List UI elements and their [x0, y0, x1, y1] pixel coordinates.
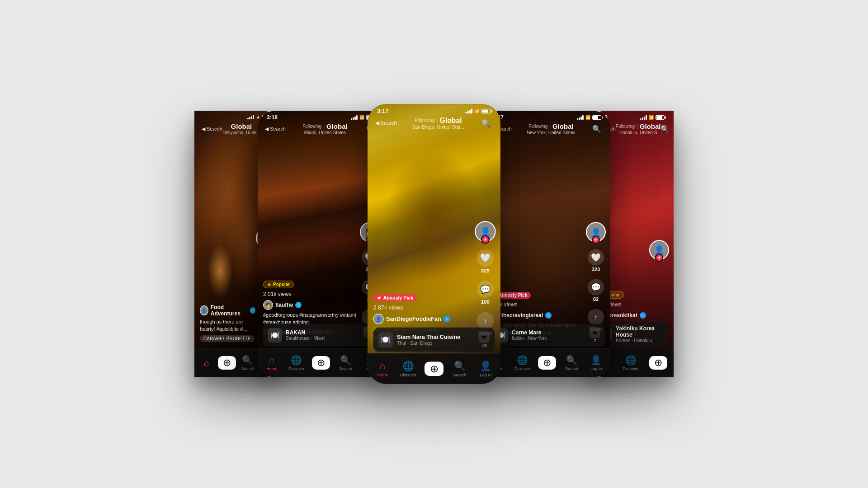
- search-btn[interactable]: 🔍: [660, 122, 670, 135]
- discover-icon: 🌐: [517, 355, 528, 366]
- restaurant-info: Yakiniku Korea House Korean · Honolulu: [616, 325, 664, 343]
- phone-frame: 3:17 📶 ◀ Search: [484, 111, 610, 377]
- nav-search[interactable]: 🔍 Search: [447, 360, 473, 377]
- like-button[interactable]: 🤍 329: [477, 249, 494, 273]
- home-icon: ⌂: [269, 355, 274, 366]
- star-count: 15: [482, 343, 487, 348]
- nav-center: Following | Global San Diego, United Sta…: [412, 117, 465, 130]
- phone-center: 3:17 📶 ◀ Search: [368, 104, 500, 384]
- badge-row: ★ Atmosfy Pick: [373, 295, 475, 302]
- caption: though as there are hearty! #quickbite #…: [200, 319, 255, 333]
- back-button[interactable]: ◀ Search: [202, 126, 222, 132]
- discover-label: Discover: [288, 366, 304, 371]
- restaurant-card[interactable]: 🍽️ Carne Mare Italian · New York ★ 7: [489, 324, 605, 347]
- nav-add[interactable]: ⊕: [309, 356, 333, 370]
- subtitle: Honolulu, United S: [616, 130, 661, 135]
- login-icon: 👤: [480, 360, 491, 371]
- comment-button[interactable]: 💬 100: [477, 281, 494, 305]
- verified-badge: ✓: [545, 312, 552, 319]
- restaurant-card[interactable]: 🍽️ BAKAN Steakhouse · Miami ★ 6: [263, 324, 379, 347]
- search-btn[interactable]: 🔍: [480, 117, 493, 130]
- nav-login[interactable]: 👤 Log In: [584, 355, 609, 371]
- comment-count: 100: [481, 299, 490, 305]
- restaurant-star[interactable]: ★ 15: [479, 331, 490, 348]
- follow-plus[interactable]: +: [592, 236, 600, 244]
- phone-right: 3:17 📶 ◀ Search: [484, 111, 610, 377]
- avatar-container[interactable]: 👤 +: [649, 240, 669, 260]
- follow-plus[interactable]: +: [481, 235, 490, 244]
- tags-row: CARAMEL BRUNETTE: [200, 335, 255, 342]
- nav-search[interactable]: 🔍 Search: [333, 355, 358, 371]
- atmosfy-pick-badge: ★ Atmosfy Pick: [373, 295, 417, 302]
- comment-button[interactable]: 💬 82: [588, 279, 604, 302]
- restaurant-name: Carne Mare: [512, 329, 586, 336]
- back-nav[interactable]: ◀ Search: [375, 120, 397, 126]
- like-count: 323: [592, 267, 600, 272]
- discover-icon: 🌐: [625, 355, 637, 366]
- follow-plus[interactable]: +: [655, 253, 663, 262]
- tag-pill[interactable]: CARAMEL BRUNETTE: [200, 335, 255, 342]
- restaurant-meta: Thai · San Diego: [397, 340, 475, 346]
- restaurant-name: BAKAN: [286, 329, 360, 336]
- search-nav-label: Search: [453, 373, 467, 378]
- restaurant-icon: 🍽️: [378, 332, 393, 347]
- like-button[interactable]: 🤍 323: [588, 249, 604, 272]
- bottom-nav: ⌂ Home 🌐 Discover ⊕ 🔍 Search 👤 Log In: [368, 353, 500, 384]
- nav-discover[interactable]: 🌐 Discover: [510, 355, 534, 371]
- views: 2.01k views: [263, 291, 359, 297]
- username: Food Adventures: [211, 304, 248, 317]
- back-nav[interactable]: ◀ Search: [265, 126, 286, 132]
- phones-container: ▲ ◀ Search Global Hollywood, Unite... 🔍 …: [0, 0, 868, 488]
- add-button[interactable]: ⊕: [312, 356, 330, 370]
- views: 4.83k views: [489, 301, 585, 308]
- restaurant-meta: Korean · Honolulu: [616, 338, 664, 343]
- top-nav: ◀ Search Following | Global Miami, Unite…: [258, 121, 384, 137]
- nav-discover[interactable]: 🌐 Discover: [617, 355, 645, 371]
- title: Global: [640, 122, 661, 130]
- login-icon: 👤: [590, 355, 602, 366]
- verified-badge: ✓: [443, 316, 450, 323]
- search-btn[interactable]: 🔍: [590, 122, 603, 135]
- nav-item-search[interactable]: 🔍 Search: [237, 355, 258, 371]
- add-button[interactable]: ⊕: [425, 361, 443, 376]
- phone-left: 3:18 📶 ◀ Search: [258, 111, 384, 377]
- nav-search[interactable]: 🔍 Search: [559, 355, 584, 371]
- nav-item-home[interactable]: ⌂: [196, 358, 217, 368]
- home-icon: ⌂: [379, 361, 385, 371]
- nav-discover[interactable]: 🌐 Discover: [395, 360, 421, 377]
- restaurant-icon: 🍽️: [268, 328, 282, 343]
- restaurant-card[interactable]: 🍽️ Siam Nara Thai Cuisine Thai · San Die…: [373, 328, 495, 352]
- avatar-container[interactable]: 👤 +: [586, 222, 606, 242]
- nav-discover[interactable]: 🌐 Discover: [284, 355, 308, 371]
- username: SanDiegoFoodieFan: [386, 316, 441, 323]
- nav-item-add[interactable]: ⊕: [217, 356, 238, 370]
- bottom-nav: ⌂ Home 🌐 Discover ⊕ 🔍 Search 👤 Log In: [258, 348, 384, 377]
- phone-frame: 3:18 📶 ◀ Search: [258, 111, 384, 377]
- add-button[interactable]: ⊕: [218, 356, 236, 370]
- restaurant-star[interactable]: ★ 7: [590, 327, 600, 343]
- status-icons: 📶: [465, 109, 491, 114]
- nav-add[interactable]: ⊕: [421, 361, 447, 376]
- following: Following: [415, 118, 434, 123]
- top-nav: ◀ Search Following | Global San Diego, U…: [368, 114, 500, 131]
- subtitle: San Diego, United Stat...: [412, 124, 465, 130]
- restaurant-name: Siam Nara Thai Cuisine: [397, 333, 475, 340]
- nav-add[interactable]: ⊕: [535, 356, 559, 370]
- avatar-container[interactable]: 👤 +: [475, 221, 495, 242]
- discover-icon: 🌐: [291, 355, 302, 366]
- user-row: 👤 SanDiegoFoodieFan ✓: [373, 314, 475, 324]
- add-button[interactable]: ⊕: [538, 356, 556, 370]
- restaurant-info: Carne Mare Italian · New York: [512, 329, 586, 341]
- add-button[interactable]: ⊕: [649, 356, 667, 370]
- nav-add[interactable]: ⊕: [644, 356, 672, 370]
- username: thecravingisreal: [501, 312, 543, 319]
- following: Following: [616, 124, 635, 129]
- nav-home[interactable]: ⌂ Home: [369, 361, 395, 377]
- nav-home[interactable]: ⌂ Home: [259, 355, 284, 371]
- nav-login[interactable]: 👤 Log In: [473, 360, 499, 377]
- badge-text: Atmosfy Pick: [383, 296, 414, 301]
- nav-center: Following | Global Miami, United States: [302, 122, 348, 135]
- discover-label: Discover: [623, 366, 639, 371]
- search-nav-label: Search: [565, 366, 578, 371]
- badge-label: Popular: [273, 282, 290, 287]
